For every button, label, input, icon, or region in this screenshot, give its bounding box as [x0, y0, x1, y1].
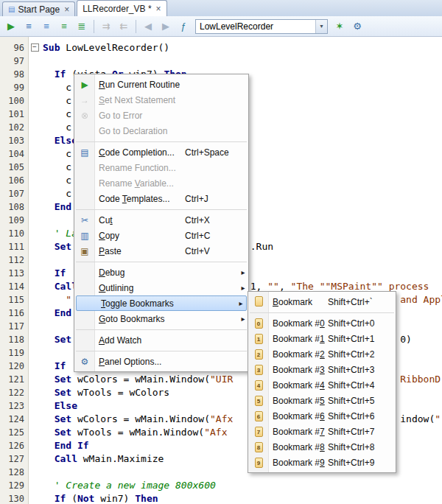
menu-item-rename-function[interactable]: Rename Function... — [74, 160, 248, 175]
menu-item-run-current-routine[interactable]: ▶Run Current Routine — [74, 77, 248, 92]
menu-item-bookmark-4[interactable]: 4Bookmark #4Shift+Ctrl+4 — [248, 377, 396, 393]
menu-item-copy[interactable]: ▥CopyCtrl+C — [74, 228, 248, 243]
menu-item-panel-options[interactable]: ⚙Panel Options... — [74, 354, 248, 369]
menu-separator — [74, 348, 248, 354]
fold-marker-icon[interactable]: − — [31, 43, 39, 52]
line-number: 100 — [0, 94, 28, 108]
menu-item-go-to-declaration[interactable]: Go to Declaration — [74, 123, 248, 139]
navigate-back-icon[interactable]: ◀ — [140, 18, 156, 35]
format-code-icon[interactable]: ≡ — [56, 18, 72, 35]
bookmark-icon: 0 — [248, 318, 269, 329]
menu-item-debug[interactable]: Debug▸ — [74, 265, 248, 280]
code-line[interactable]: If (Not win7) Then — [43, 492, 442, 504]
menu-separator — [248, 309, 396, 315]
menu-item-bookmark-3[interactable]: 3Bookmark #3Shift+Ctrl+3 — [248, 362, 396, 377]
menu-item-toggle-bookmarks[interactable]: Toggle Bookmarks▸ — [76, 295, 247, 311]
navigate-forward-icon[interactable]: ▶ — [158, 18, 174, 35]
line-number: 104 — [0, 147, 28, 161]
bookmark-icon — [248, 296, 269, 308]
comment-block-icon[interactable]: ⇉ — [98, 18, 114, 35]
fold-column: − — [29, 37, 41, 504]
menu-item-bookmark-7[interactable]: 7Bookmark #7Shift+Ctrl+7 — [248, 424, 396, 439]
menu-item-cut[interactable]: ✂CutCtrl+X — [74, 212, 248, 228]
run-routine-icon: ▶ — [74, 80, 95, 89]
menu-item-label: Set Next Statement — [95, 95, 185, 105]
combobox-dropdown-button[interactable]: ▼ — [315, 20, 327, 33]
line-number: 98 — [0, 68, 28, 81]
routine-combobox-value: LowLevelRecorder — [196, 21, 315, 32]
line-number: 115 — [0, 293, 28, 307]
run-current-routine-icon[interactable]: ▶ — [3, 18, 19, 35]
outline-code-icon[interactable]: ≣ — [74, 18, 90, 35]
menu-item-shortcut: Shift+Ctrl+3 — [328, 365, 393, 375]
code-line[interactable] — [43, 55, 442, 68]
bookmark-icon: 5 — [248, 396, 269, 406]
menu-item-paste[interactable]: ▣PasteCtrl+V — [74, 243, 248, 259]
outdent-icon[interactable]: ≡ — [21, 18, 37, 35]
menu-item-code-completion[interactable]: ▤Code Completion...Ctrl+Space — [74, 144, 248, 160]
menu-item-label: Bookmark #5 — [269, 396, 328, 406]
line-number: 108 — [0, 200, 28, 214]
toolbar-separator — [136, 20, 136, 33]
menu-item-set-next-statement[interactable]: →Set Next Statement — [74, 92, 248, 108]
bookmark-icon: 7 — [255, 427, 263, 437]
menu-item-add-watch[interactable]: Add Watch — [74, 332, 248, 348]
menu-item-label: Bookmark #9 — [269, 458, 328, 468]
menu-item-label: Code Completion... — [95, 147, 185, 158]
routine-combobox[interactable]: LowLevelRecorder▼ — [195, 19, 328, 34]
menu-item-bookmark-1[interactable]: 1Bookmark #1Shift+Ctrl+1 — [248, 331, 396, 346]
tab-start-page[interactable]: ▤ Start Page × — [2, 1, 75, 16]
menu-item-label: Go to Error — [95, 111, 185, 121]
close-icon[interactable]: × — [63, 5, 69, 14]
close-icon[interactable]: × — [155, 4, 161, 13]
bookmark-icon: 4 — [255, 380, 263, 391]
editor-options-icon[interactable]: ⚙ — [349, 18, 365, 35]
menu-item-bookmark-6[interactable]: 6Bookmark #6Shift+Ctrl+6 — [248, 408, 396, 424]
line-number: 114 — [0, 280, 28, 293]
menu-item-outlining[interactable]: Outlining▸ — [74, 280, 248, 295]
menu-item-bookmark-0[interactable]: 0Bookmark #0Shift+Ctrl+0 — [248, 315, 396, 331]
menu-item-goto-bookmarks[interactable]: Goto Bookmarks▸ — [74, 311, 248, 326]
copy-icon: ▥ — [74, 231, 95, 240]
routine-icon[interactable]: ƒ — [175, 18, 192, 35]
menu-item-label: Bookmark #3 — [269, 365, 328, 375]
code-line[interactable]: Sub LowLevelRecorder() — [43, 41, 442, 55]
menu-separator — [74, 326, 248, 332]
bookmark-icon: 8 — [248, 442, 269, 452]
menu-item-label: Paste — [95, 246, 185, 256]
uncomment-block-icon[interactable]: ⇇ — [116, 18, 132, 35]
menu-item-go-to-error[interactable]: ⊗Go to Error — [74, 108, 248, 123]
bookmark-icon: 1 — [255, 334, 263, 344]
line-number: 120 — [0, 360, 28, 373]
bookmark-icon: 9 — [255, 458, 263, 468]
bookmark-icon: 3 — [248, 365, 269, 375]
tab-llrecorder-vb[interactable]: LLRecorder_VB * × — [77, 0, 166, 16]
menu-item-shortcut: Shift+Ctrl+4 — [328, 380, 393, 391]
menu-item-bookmark[interactable]: BookmarkShift+Ctrl+` — [248, 294, 396, 309]
menu-item-bookmark-2[interactable]: 2Bookmark #2Shift+Ctrl+2 — [248, 346, 396, 362]
menu-item-shortcut: Ctrl+C — [185, 231, 238, 241]
menu-item-code-templates[interactable]: Code Templates...Ctrl+J — [74, 191, 248, 206]
line-number: 117 — [0, 320, 28, 333]
menu-item-shortcut: Shift+Ctrl+9 — [328, 458, 393, 468]
menu-item-shortcut: Shift+Ctrl+` — [328, 297, 393, 307]
line-number: 105 — [0, 161, 28, 174]
menu-item-bookmark-5[interactable]: 5Bookmark #5Shift+Ctrl+5 — [248, 393, 396, 408]
line-number: 101 — [0, 108, 28, 121]
context-menu: ▶Run Current Routine→Set Next Statement⊗… — [74, 74, 249, 372]
menu-item-bookmark-9[interactable]: 9Bookmark #9Shift+Ctrl+9 — [248, 455, 396, 470]
menu-item-label: Debug — [95, 267, 185, 278]
menu-item-shortcut: Ctrl+X — [185, 215, 238, 225]
line-number: 124 — [0, 413, 28, 426]
line-number: 122 — [0, 386, 28, 399]
menu-item-bookmark-8[interactable]: 8Bookmark #8Shift+Ctrl+8 — [248, 439, 396, 455]
menu-item-shortcut: Ctrl+J — [185, 194, 238, 204]
run-test-icon[interactable]: ✶ — [332, 18, 348, 35]
code-line[interactable]: ' Create a new image 800x600 — [43, 479, 442, 492]
bookmark-icon: 2 — [248, 349, 269, 360]
line-number: 126 — [0, 439, 28, 452]
paste-icon: ▣ — [74, 247, 95, 256]
bookmark-icon: 4 — [248, 380, 269, 391]
menu-item-rename-variable[interactable]: Rename Variable... — [74, 175, 248, 191]
indent-icon[interactable]: ≡ — [38, 18, 55, 35]
